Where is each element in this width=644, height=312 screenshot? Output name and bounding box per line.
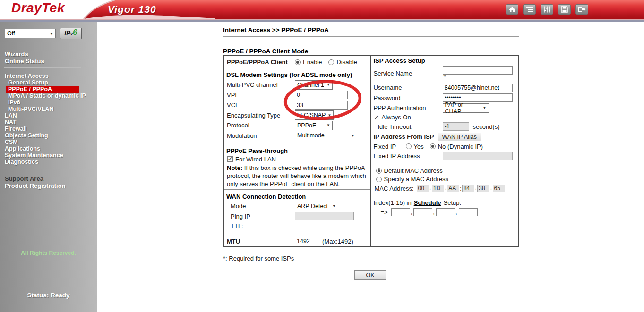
sidebar-item-applications[interactable]: Applications [0,145,97,152]
multi-pvc-label: Multi-PVC channel [224,81,295,88]
enable-radio[interactable] [295,59,301,65]
dsl-settings-heading: DSL Modem Settings (for ADSL mode only) [224,71,370,80]
wan-detect-mode-select[interactable]: ARP Detect▼ [295,202,338,211]
idle-timeout-input [443,122,469,131]
ping-ip-label: Ping IP [224,213,295,220]
sidebar-item-support-area[interactable]: Support Area [5,176,66,183]
top-banner: DrayTek Vigor 130 [0,0,644,19]
schedule-index-2[interactable] [413,208,432,216]
vci-input[interactable] [295,101,348,110]
chevron-down-icon: ▼ [325,83,332,87]
sliders-icon[interactable] [541,4,553,15]
sidebar-item-mpoa[interactable]: MPoA / Static or dynamic IP [0,93,97,99]
username-input[interactable] [443,84,513,92]
schedule-index-3[interactable] [436,208,455,216]
page-title: PPPoE / PPPoA Client Mode [223,48,308,55]
protocol-select[interactable]: PPPoE▼ [295,121,333,130]
encapsulating-type-label: Encapsulating Type [224,112,295,119]
ttl-label: TTL: [224,222,295,229]
sidebar-item-general-setup[interactable]: General Setup [0,79,97,86]
sidebar-item-pppoe-pppoa[interactable]: PPPoE / PPPoA [6,86,79,93]
sidebar-item-multi-pvc-vlan[interactable]: Multi-PVC/VLAN [0,106,97,112]
wan-ip-alias-button[interactable]: WAN IP Alias [438,133,481,141]
mtu-label: MTU [224,238,295,245]
mac-octet-5 [477,185,489,192]
mode-select[interactable]: Off ▼ [5,29,56,38]
vpi-input[interactable] [295,91,348,99]
passthrough-note: Note: If this box is checked while using… [224,163,370,188]
main-content: Internet Access >> PPPoE / PPPoA PPPoE /… [97,22,644,312]
encapsulating-type-select[interactable]: LLC/SNAP▼ [295,110,334,120]
mtu-input[interactable] [295,237,319,245]
fixed-ip-no-label: No (Dynamic IP) [438,143,483,150]
sidebar-item-system-maintenance[interactable]: System Maintenance [0,152,97,159]
sidebar-item-csm[interactable]: CSM [0,139,97,145]
sidebar-item-objects-setting[interactable]: Objects Setting [0,132,97,139]
sidebar-menu: Internet Access General Setup PPPoE / PP… [0,73,97,165]
sidebar-item-firewall[interactable]: Firewall [0,126,97,132]
modulation-label: Modulation [224,132,295,139]
multi-pvc-select[interactable]: Channel 1▼ [295,80,333,90]
schedule-index-suffix: Setup: [444,199,462,206]
wired-lan-checkbox[interactable] [227,156,233,162]
sidebar-item-product-registration[interactable]: Product Registration [5,183,66,190]
specify-mac-radio[interactable] [376,177,382,182]
sidebar-item-lan[interactable]: LAN [0,112,97,119]
router-admin-page: DrayTek Vigor 130 Off ▼ [0,0,644,312]
sidebar-item-internet-access[interactable]: Internet Access [0,73,97,79]
mac-octet-4 [462,185,474,192]
mode-label: Mode [224,202,295,210]
mac-octet-2 [432,185,444,192]
schedule-index-4[interactable] [459,208,478,216]
schedule-index-prefix: Index(1-15) in [374,199,412,206]
enable-label: Enable [303,59,322,66]
schedule-link[interactable]: Schedule [414,199,441,206]
ipv6-button[interactable]: IPv6 [60,28,82,39]
chevron-down-icon: ▼ [330,204,338,208]
fixed-ip-no-radio[interactable] [430,143,436,149]
username-label: Username [371,84,443,91]
ok-button[interactable]: OK [354,270,386,280]
save-icon[interactable] [558,4,571,15]
sidebar-item-wizards[interactable]: Wizards [5,51,44,58]
client-mode-panel: PPPoE/PPPoA Client Enable Disable DSL Mo… [223,55,519,247]
service-name-input[interactable] [443,66,513,75]
wired-lan-label: For Wired LAN [235,156,276,163]
ppp-authentication-select[interactable]: PAP or CHAP▼ [443,103,489,113]
chevron-down-icon: ▼ [349,134,357,138]
vpi-label: VPI [224,92,295,99]
sidebar-item-online-status[interactable]: Online Status [5,58,44,65]
rights-text: All Rights Reserved. [0,250,97,256]
schedule-arrow: => [381,209,388,216]
sitemap-icon[interactable] [523,4,536,15]
mac-address-label: MAC Address: [375,185,414,192]
schedule-index-1[interactable] [391,208,410,216]
vci-label: VCI [224,101,295,109]
specify-mac-label: Specify a MAC Address [384,176,449,183]
breadcrumb: Internet Access >> PPPoE / PPPoA [223,26,329,34]
home-icon[interactable] [506,4,518,15]
mode-select-value: Off [7,30,15,37]
mac-octet-6 [493,185,505,192]
always-on-checkbox[interactable] [374,115,379,120]
mtu-max-hint: (Max:1492) [322,238,353,245]
fixed-ip-label: Fixed IP [371,143,406,150]
required-footnote: *: Required for some ISPs [223,255,294,262]
sidebar: Off ▼ IPv6 Wizards Online Status Interne… [0,22,97,312]
password-input[interactable] [443,93,513,102]
wan-detection-heading: WAN Connection Detection [224,193,370,201]
mac-octet-3 [447,185,459,192]
protocol-label: Protocol [224,122,295,129]
logout-icon[interactable] [575,4,588,15]
disable-radio[interactable] [328,59,334,65]
chevron-down-icon: ▼ [325,123,332,127]
modulation-select[interactable]: Multimode▼ [295,131,357,140]
sidebar-item-diagnostics[interactable]: Diagnostics [0,159,97,165]
sidebar-divider [4,67,81,68]
sidebar-item-nat[interactable]: NAT [0,119,97,126]
banner-toolbar [506,4,588,15]
chevron-down-icon: ▼ [481,106,489,110]
default-mac-radio[interactable] [376,168,382,174]
fixed-ip-yes-radio[interactable] [406,143,412,149]
sidebar-item-ipv6[interactable]: IPv6 [0,99,97,106]
